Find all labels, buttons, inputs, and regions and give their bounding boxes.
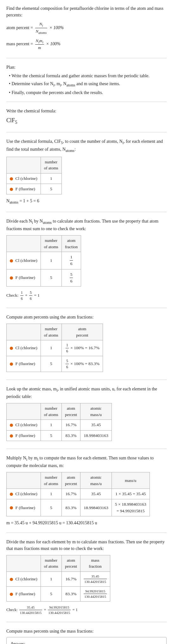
- chemical-formula: ClF5: [6, 116, 167, 126]
- t4-f-mass: 18.998403163: [80, 430, 112, 441]
- table-row: F (fluorine) 5: [7, 184, 62, 194]
- t3-f-pct: 5 6 × 100% = 83.3%: [61, 356, 103, 372]
- t2-cl-frac: 1 6: [61, 252, 81, 269]
- table1-cl-atoms: 1: [41, 173, 61, 184]
- table-row: Cl (chlorine) 1 16.7% 35.45 1 × 35.45 = …: [7, 489, 150, 499]
- table-row: Cl (chlorine) 1 1 6 × 100% = 16.7%: [7, 340, 103, 356]
- t2-col-frac: atomfraction: [61, 236, 81, 252]
- t5-col-pct: atompercent: [61, 472, 80, 489]
- t5-f-mass: 18.998403163: [80, 499, 112, 516]
- t3-cl-pct: 1 6 × 100% = 16.7%: [61, 340, 103, 356]
- plan-bullet-1: • Write the chemical formula and gather …: [9, 73, 167, 79]
- table-row: F (fluorine) 5 5 6 × 100% = 83.3%: [7, 356, 103, 372]
- t2-f-frac: 5 6: [61, 269, 81, 287]
- m-equation: m = 35.45 u + 94.992015815 u = 130.44201…: [6, 520, 167, 526]
- t6-cl-label: Cl (chlorine): [7, 571, 41, 586]
- t3-cl-atoms: 1: [41, 340, 61, 356]
- table-row: F (fluorine) 5 83.3% 18.998403163: [7, 430, 112, 441]
- t6-f-pct: 83.3%: [61, 586, 80, 601]
- t5-col-elem: [7, 472, 41, 489]
- step1-title: Write the chemical formula:: [6, 108, 167, 114]
- answer-label: Answer:: [10, 641, 163, 644]
- step6-title: Multiply Ni by mi to compute the mass fo…: [6, 455, 167, 469]
- mass-percent-math: Nimi m × 100%: [34, 41, 61, 46]
- step6-section: Multiply Ni by mi to compute the mass fo…: [6, 455, 167, 533]
- step2-title: Use the chemical formula, ClF5, to count…: [6, 138, 167, 154]
- check7: Check: 35.45 130.442015815 + 94.99201581…: [6, 605, 167, 616]
- t5-cl-label: Cl (chlorine): [7, 489, 41, 499]
- intro-section: Find the elemental composition for penta…: [6, 5, 167, 58]
- table-row: F (fluorine) 5 83.3% 18.998403163 5 × 18…: [7, 499, 150, 516]
- table6: numberof atoms atompercent massfraction …: [6, 555, 110, 602]
- t4-f-pct: 83.3%: [61, 430, 80, 441]
- answer-box: Answer: numberof atoms atompercent massp…: [6, 637, 167, 644]
- t4-col-pct: atompercent: [61, 403, 80, 420]
- t5-f-total: 5 × 18.998403163= 94.992015815: [112, 499, 150, 516]
- t5-col-mass: atomicmass/u: [80, 472, 112, 489]
- step5-section: Look up the atomic mass, mi, in unified …: [6, 386, 167, 449]
- t6-col-frac: massfraction: [80, 555, 110, 571]
- table-row: Cl (chlorine) 1 16.7% 35.45 130.44201581…: [7, 571, 110, 586]
- mass-percent-formula: mass percent = Nimi m × 100%: [6, 38, 167, 51]
- t3-f-label: F (fluorine): [7, 356, 41, 372]
- t6-col-elem: [7, 555, 41, 571]
- t2-col-atoms: numberof atoms: [41, 236, 61, 252]
- t4-cl-pct: 16.7%: [61, 420, 80, 430]
- plan-section: Plan: • Write the chemical formula and g…: [6, 64, 167, 102]
- atom-percent-math: Ni Natoms × 100%: [34, 25, 64, 30]
- t4-col-mass: atomicmass/u: [80, 403, 112, 420]
- atom-percent-formula: atom percent = Ni Natoms × 100%: [6, 21, 167, 35]
- table-row: Cl (chlorine) 1 1 6: [7, 252, 81, 269]
- t6-col-pct: atompercent: [61, 555, 80, 571]
- table-row: F (fluorine) 5 83.3% 94.992015815 130.44…: [7, 586, 110, 601]
- t4-cl-atoms: 1: [41, 420, 61, 430]
- table-row: Cl (chlorine) 1: [7, 173, 62, 184]
- table1-f-label: F (fluorine): [7, 184, 41, 194]
- table1-col-atoms: numberof atoms: [41, 157, 61, 173]
- t2-f-label: F (fluorine): [7, 269, 41, 287]
- t2-cl-label: Cl (chlorine): [7, 252, 41, 269]
- t3-f-atoms: 5: [41, 356, 61, 372]
- t2-cl-atoms: 1: [41, 252, 61, 269]
- intro-title: Find the elemental composition for penta…: [6, 5, 167, 18]
- table-row: F (fluorine) 5 5 6: [7, 269, 81, 287]
- t3-cl-label: Cl (chlorine): [7, 340, 41, 356]
- plan-bullet-2: • Determine values for Ni, mi, Natoms an…: [9, 80, 167, 88]
- t6-cl-pct: 16.7%: [61, 571, 80, 586]
- t3-col-elem: [7, 324, 41, 340]
- step4-title: Compute atom percents using the atom fra…: [6, 314, 167, 320]
- plan-bullet-3: • Finally, compute the percents and chec…: [9, 89, 167, 96]
- table3: numberof atoms atompercent Cl (chlorine)…: [6, 324, 103, 372]
- t4-cl-mass: 35.45: [80, 420, 112, 430]
- t5-col-atoms: numberof atoms: [41, 472, 61, 489]
- table2: numberof atoms atomfraction Cl (chlorine…: [6, 235, 81, 287]
- step3-section: Divide each Ni by Natoms to calculate at…: [6, 218, 167, 308]
- n-atoms-eq: Natoms = 1 + 5 = 6: [6, 198, 167, 205]
- t6-col-atoms: numberof atoms: [41, 555, 61, 571]
- table1-cl-label: Cl (chlorine): [7, 173, 41, 184]
- t4-col-elem: [7, 403, 41, 420]
- t5-cl-atoms: 1: [41, 489, 61, 499]
- t2-col-elem: [7, 236, 41, 252]
- step8-section: Compute mass percents using the mass fra…: [6, 628, 167, 644]
- t5-cl-pct: 16.7%: [61, 489, 80, 499]
- step3-title: Divide each Ni by Natoms to calculate at…: [6, 218, 167, 232]
- t5-cl-mass: 35.45: [80, 489, 112, 499]
- table5: numberof atoms atompercent atomicmass/u …: [6, 472, 150, 516]
- t3-col-atoms: numberof atoms: [41, 324, 61, 340]
- table-row: Cl (chlorine) 1 16.7% 35.45: [7, 420, 112, 430]
- step8-title: Compute mass percents using the mass fra…: [6, 628, 167, 635]
- t4-cl-label: Cl (chlorine): [7, 420, 41, 430]
- t6-f-atoms: 5: [41, 586, 61, 601]
- t6-f-label: F (fluorine): [7, 586, 41, 601]
- t4-col-atoms: numberof atoms: [41, 403, 61, 420]
- t5-col-total: mass/u: [112, 472, 150, 489]
- step2-section: Use the chemical formula, ClF5, to count…: [6, 138, 167, 212]
- t4-f-atoms: 5: [41, 430, 61, 441]
- t2-f-atoms: 5: [41, 269, 61, 287]
- t6-cl-atoms: 1: [41, 571, 61, 586]
- check2: Check: 1 6 + 5 6 = 1: [6, 290, 167, 301]
- t5-f-atoms: 5: [41, 499, 61, 516]
- t3-col-pct: atompercent: [61, 324, 103, 340]
- step7-section: Divide the mass for each element by m to…: [6, 539, 167, 622]
